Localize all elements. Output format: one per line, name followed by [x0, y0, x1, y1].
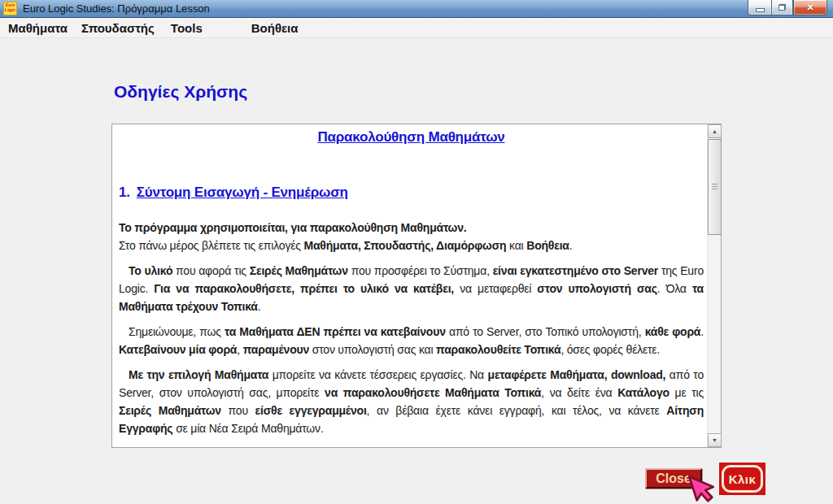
content-area: Οδηγίες Χρήσης Παρακολούθηση Μαθημάτων 1… — [0, 38, 833, 504]
klik-button-label: Κλικ — [729, 472, 757, 486]
menu-item-tools[interactable]: Tools — [169, 20, 204, 36]
restore-button[interactable] — [771, 0, 793, 15]
scrollbar-thumb[interactable] — [708, 139, 722, 235]
app-logo-line2: Logic — [4, 7, 16, 12]
titlebar[interactable]: Euro Logic Euro Logic Studies: Πρόγραμμα… — [0, 0, 833, 18]
section-title: Σύντομη Εισαγωγή - Ενημέρωση — [137, 185, 348, 200]
page-title: Οδηγίες Χρήσης — [114, 82, 247, 102]
document-title: Παρακολούθηση Μαθημάτων — [119, 128, 704, 146]
document-body: Παρακολούθηση Μαθημάτων 1.Σύντομη Εισαγω… — [112, 124, 707, 447]
restore-icon — [778, 4, 786, 11]
menubar: Μαθήματα Σπουδαστής Tools Βοήθεια — [0, 18, 833, 38]
minimize-icon — [756, 8, 765, 12]
window-title: Euro Logic Studies: Πρόγραμμα Lesson — [23, 2, 210, 15]
minimize-button[interactable] — [748, 0, 771, 15]
menu-item-mathimata[interactable]: Μαθήματα — [7, 20, 69, 36]
document-viewer[interactable]: Παρακολούθηση Μαθημάτων 1.Σύντομη Εισαγω… — [111, 124, 722, 448]
scroll-up-button[interactable]: ▲ — [708, 124, 722, 138]
doc-paragraph: Το πρόγραμμα χρησιμοποιείται, για παρακο… — [119, 219, 704, 254]
window-close-button[interactable]: ✕ — [793, 0, 827, 15]
scrollbar-grip-icon — [712, 184, 717, 190]
scroll-down-button[interactable]: ▼ — [708, 433, 722, 447]
window-controls: ✕ — [748, 0, 827, 15]
document-paragraphs: Το πρόγραμμα χρησιμοποιείται, για παρακο… — [119, 219, 704, 437]
doc-paragraph: Με την επιλογή Μαθήματα μπορείτε να κάνε… — [119, 366, 704, 437]
doc-paragraph: Το υλικό που αφορά τις Σειρές Μαθημάτων … — [119, 262, 704, 315]
klik-button[interactable]: Κλικ — [719, 463, 765, 495]
app-logo-icon: Euro Logic — [3, 2, 17, 15]
close-icon: ✕ — [806, 1, 813, 15]
menu-item-spoudastis[interactable]: Σπουδαστής — [80, 20, 156, 36]
doc-paragraph: Σημειώνουμε, πως τα Μαθήματα ΔΕΝ πρέπει … — [119, 323, 704, 358]
vertical-scrollbar[interactable]: ▲ ▼ — [707, 124, 721, 447]
document-section-heading: 1.Σύντομη Εισαγωγή - Ενημέρωση — [119, 184, 704, 202]
close-button[interactable]: Close — [645, 468, 702, 489]
section-number: 1. — [119, 185, 130, 200]
menu-item-voithia[interactable]: Βοήθεια — [250, 20, 300, 36]
